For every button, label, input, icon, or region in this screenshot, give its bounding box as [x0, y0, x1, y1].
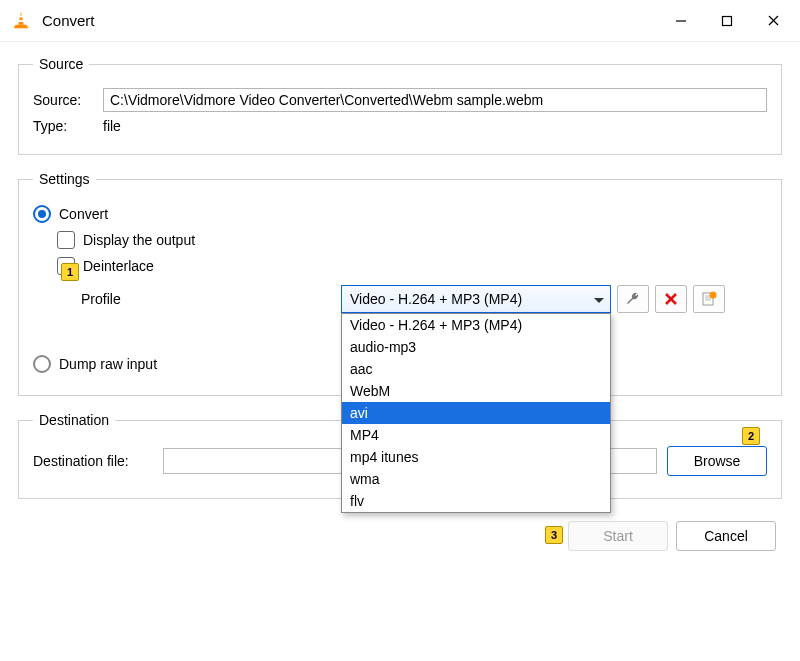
- profile-dropdown-list: Video - H.264 + MP3 (MP4)audio-mp3aacWeb…: [341, 313, 611, 513]
- minimize-button[interactable]: [658, 0, 704, 42]
- svg-point-12: [710, 292, 717, 299]
- profile-option[interactable]: MP4: [342, 424, 610, 446]
- source-label: Source:: [33, 92, 103, 108]
- profile-select-value: Video - H.264 + MP3 (MP4): [350, 291, 522, 307]
- x-red-icon: [664, 292, 678, 306]
- source-group: Source Source: Type: file: [18, 56, 782, 155]
- svg-rect-3: [723, 16, 732, 25]
- settings-group: Settings Convert Display the output Dein…: [18, 171, 782, 396]
- chevron-down-icon: [594, 291, 604, 307]
- destination-file-label: Destination file:: [33, 453, 163, 469]
- start-button[interactable]: 3 Start: [568, 521, 668, 551]
- profile-select[interactable]: Video - H.264 + MP3 (MP4): [341, 285, 611, 313]
- annotation-3: 3: [545, 526, 563, 544]
- profile-option[interactable]: wma: [342, 468, 610, 490]
- minimize-icon: [675, 15, 687, 27]
- vlc-cone-icon: [10, 10, 32, 32]
- maximize-button[interactable]: [704, 0, 750, 42]
- convert-radio[interactable]: Convert: [33, 205, 767, 223]
- profile-settings-button[interactable]: [617, 285, 649, 313]
- browse-button[interactable]: 2 Browse: [667, 446, 767, 476]
- titlebar: Convert: [0, 0, 800, 42]
- svg-rect-1: [18, 20, 24, 22]
- profile-delete-button[interactable]: [655, 285, 687, 313]
- cancel-button-label: Cancel: [704, 528, 748, 544]
- display-output-label: Display the output: [83, 232, 195, 248]
- profile-option[interactable]: flv: [342, 490, 610, 512]
- maximize-icon: [721, 15, 733, 27]
- source-legend: Source: [33, 56, 89, 72]
- checkbox-unchecked-icon: [57, 231, 75, 249]
- wrench-icon: [625, 291, 641, 307]
- type-value: file: [103, 118, 121, 134]
- radio-selected-icon: [33, 205, 51, 223]
- profile-label: Profile: [81, 291, 341, 307]
- display-output-checkbox[interactable]: Display the output: [57, 231, 767, 249]
- radio-unselected-icon: [33, 355, 51, 373]
- deinterlace-checkbox[interactable]: Deinterlace: [57, 257, 767, 275]
- new-document-icon: [701, 291, 717, 307]
- annotation-2: 2: [742, 427, 760, 445]
- close-icon: [767, 14, 780, 27]
- destination-legend: Destination: [33, 412, 115, 428]
- svg-rect-0: [19, 15, 24, 17]
- profile-option[interactable]: aac: [342, 358, 610, 380]
- source-input[interactable]: [103, 88, 767, 112]
- browse-button-label: Browse: [694, 453, 741, 469]
- window-title: Convert: [42, 12, 658, 29]
- dump-raw-label: Dump raw input: [59, 356, 157, 372]
- profile-option[interactable]: audio-mp3: [342, 336, 610, 358]
- annotation-1: 1: [61, 263, 79, 281]
- deinterlace-label: Deinterlace: [83, 258, 154, 274]
- dialog-footer: 3 Start Cancel: [0, 515, 800, 551]
- profile-new-button[interactable]: [693, 285, 725, 313]
- profile-option[interactable]: avi: [342, 402, 610, 424]
- convert-radio-label: Convert: [59, 206, 108, 222]
- profile-option[interactable]: Video - H.264 + MP3 (MP4): [342, 314, 610, 336]
- cancel-button[interactable]: Cancel: [676, 521, 776, 551]
- profile-option[interactable]: WebM: [342, 380, 610, 402]
- settings-legend: Settings: [33, 171, 96, 187]
- close-button[interactable]: [750, 0, 796, 42]
- start-button-label: Start: [603, 528, 633, 544]
- profile-option[interactable]: mp4 itunes: [342, 446, 610, 468]
- type-label: Type:: [33, 118, 103, 134]
